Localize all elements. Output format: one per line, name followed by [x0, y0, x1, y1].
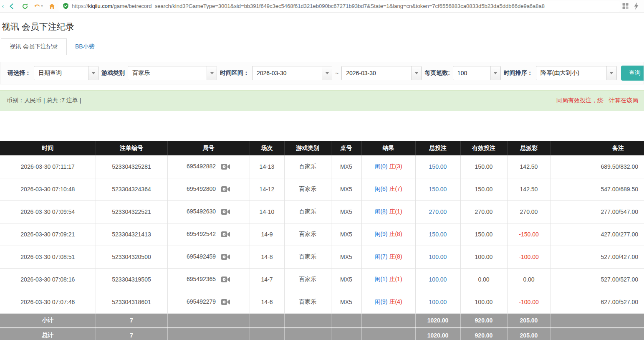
table-no-cell: MX5	[331, 246, 361, 268]
footer-cell: 7	[96, 328, 167, 340]
date-from-picker[interactable]: 2026-03-30	[252, 66, 332, 80]
session-cell: 14-8	[250, 246, 284, 268]
column-header: 备注	[551, 141, 644, 155]
video-replay-icon[interactable]	[221, 231, 230, 238]
payout-cell: 142.50	[507, 178, 551, 200]
result-cell: 闲(8) 庄(1)	[361, 200, 415, 223]
result-cell: 闲(6) 庄(7)	[361, 178, 415, 200]
player-result: 闲(6)	[374, 185, 387, 192]
page-size-value: 100	[453, 66, 490, 80]
note-cell: 527.00/427.00	[551, 246, 644, 268]
round-cell: 695492630	[167, 200, 250, 223]
table-row: 2026-03-30 07:07:46523304318601695492279…	[0, 291, 644, 313]
refresh-button[interactable]	[18, 1, 32, 12]
query-type-select[interactable]: 日期查询	[34, 66, 98, 80]
video-replay-icon[interactable]	[221, 253, 230, 261]
chevron-down-icon[interactable]	[411, 66, 421, 80]
table-no-cell: MX5	[331, 291, 361, 313]
video-replay-icon[interactable]	[221, 298, 230, 306]
bet-id-cell: 523304320500	[96, 246, 167, 268]
round-id: 695492882	[187, 163, 216, 170]
note-cell: 547.00/689.50	[551, 178, 644, 200]
total-bet-cell[interactable]: 100.00	[415, 291, 460, 313]
valid-bet-cell: 150.00	[460, 223, 507, 246]
player-result: 闲(9)	[374, 231, 387, 237]
session-cell: 14-9	[250, 223, 284, 246]
query-type-value: 日期查询	[34, 66, 88, 80]
total-bet-cell[interactable]: 150.00	[415, 155, 460, 178]
sort-value: 降幂(由大到小)	[536, 66, 606, 80]
sort-select[interactable]: 降幂(由大到小)	[536, 66, 617, 80]
valid-bet-cell: 100.00	[460, 291, 507, 313]
round-cell: 695492882	[167, 155, 250, 178]
table-header-row: 时间注单编号局号场次游戏类别桌号结果总投注有效投注总派彩备注	[0, 141, 644, 155]
home-button[interactable]	[45, 1, 58, 12]
chevron-down-icon[interactable]	[490, 66, 500, 80]
total-bet-cell[interactable]: 150.00	[415, 178, 460, 200]
time-cell: 2026-03-30 07:08:16	[0, 268, 96, 291]
footer-cell	[331, 328, 361, 340]
note-cell: 627.00/527.00	[551, 291, 644, 313]
session-cell: 14-10	[250, 200, 284, 223]
summary-bar: 币别：人民币 | 总共 :7 注单 | 同局有效投注，统一计算在该局	[0, 90, 644, 111]
chevron-down-icon[interactable]	[88, 66, 98, 80]
footer-cell	[361, 328, 415, 340]
date-from-value: 2026-03-30	[253, 66, 322, 80]
valid-bet-cell: 150.00	[460, 155, 507, 178]
lightning-icon[interactable]	[631, 1, 641, 12]
back-arrow-icon	[8, 3, 15, 10]
total-bet-cell[interactable]: 100.00	[415, 268, 460, 291]
video-replay-icon[interactable]	[221, 185, 230, 193]
column-header: 游戏类别	[284, 141, 331, 155]
footer-cell	[284, 328, 331, 340]
video-replay-icon[interactable]	[221, 208, 230, 216]
footer-cell: 小计	[0, 313, 96, 328]
total-bet-cell[interactable]: 100.00	[415, 246, 460, 268]
result-cell: 闲(0) 庄(3)	[361, 155, 415, 178]
total-bet-cell[interactable]: 270.00	[415, 200, 460, 223]
sort-label: 时间排序：	[504, 69, 533, 77]
chevron-down-icon[interactable]	[322, 66, 332, 80]
select-label: 请选择：	[8, 69, 31, 77]
player-result: 闲(7)	[374, 253, 387, 260]
time-cell: 2026-03-30 07:07:46	[0, 291, 96, 313]
bet-id-cell: 523304319505	[96, 268, 167, 291]
game-type-select[interactable]: 百家乐	[128, 66, 217, 80]
video-replay-icon[interactable]	[221, 276, 230, 283]
undo-button[interactable]: ▾	[32, 1, 45, 12]
page-size-select[interactable]: 100	[453, 66, 501, 80]
game-type-cell: 百家乐	[284, 246, 331, 268]
url-bar[interactable]: https://kiqiiu.com/game/betrecord_search…	[58, 1, 620, 12]
banker-result: 庄(8)	[389, 253, 402, 260]
result-cell: 闲(9) 庄(8)	[361, 223, 415, 246]
extensions-icon[interactable]	[620, 1, 631, 12]
tab-bb-tip[interactable]: BB小费	[67, 39, 103, 55]
chevron-down-icon[interactable]	[207, 66, 217, 80]
column-header: 结果	[361, 141, 415, 155]
table-no-cell: MX5	[331, 155, 361, 178]
date-to-picker[interactable]: 2026-03-30	[341, 66, 422, 80]
player-result: 闲(9)	[374, 298, 387, 305]
round-cell: 695492459	[167, 246, 250, 268]
session-cell: 14-7	[250, 268, 284, 291]
round-id: 695492365	[187, 276, 216, 282]
note-cell: 527.00/527.00	[551, 268, 644, 291]
search-button[interactable]: 查询	[621, 66, 644, 81]
tab-betrecord[interactable]: 视讯 会员下注纪录	[1, 38, 67, 55]
player-result: 闲(0)	[374, 163, 387, 170]
table-row: 2026-03-30 07:11:17523304325281695492882…	[0, 155, 644, 178]
table-row: 2026-03-30 07:08:51523304320500695492459…	[0, 246, 644, 268]
chevron-down-icon[interactable]	[606, 66, 616, 80]
video-replay-icon[interactable]	[221, 163, 230, 170]
total-bet-cell[interactable]: 150.00	[415, 223, 460, 246]
total-row: 总计71020.00920.00205.00	[0, 328, 644, 340]
table-no-cell: MX5	[331, 223, 361, 246]
footer-cell	[551, 328, 644, 340]
round-id: 695492800	[187, 185, 216, 192]
footer-cell: 920.00	[460, 328, 507, 340]
table-row: 2026-03-30 07:09:21523304321413695492542…	[0, 223, 644, 246]
payout-cell: -100.00	[507, 246, 551, 268]
banker-result: 庄(1)	[389, 208, 402, 215]
payout-cell: 270.00	[507, 200, 551, 223]
back-button[interactable]	[5, 1, 18, 12]
